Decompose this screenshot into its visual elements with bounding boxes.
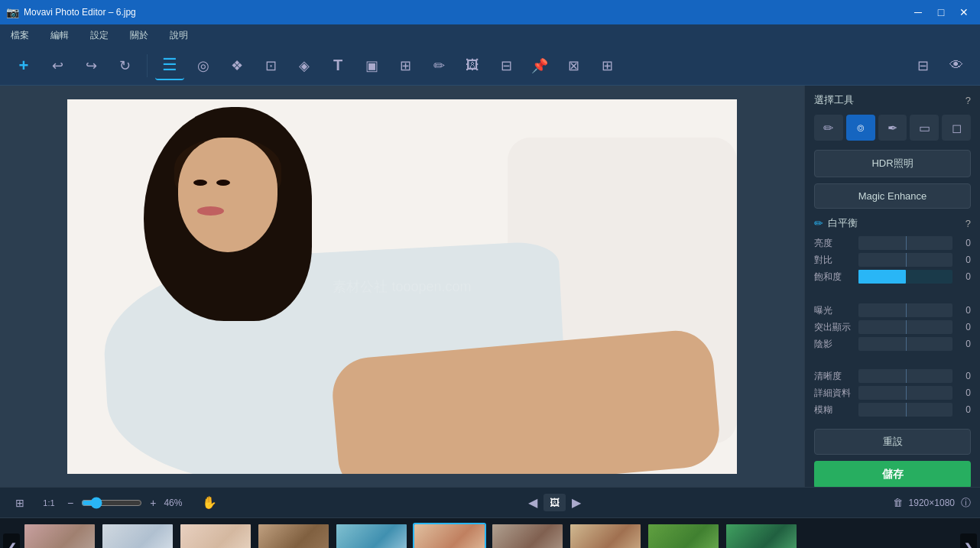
- menu-edit[interactable]: 編輯: [46, 28, 73, 44]
- reset-button[interactable]: 重設: [814, 429, 971, 455]
- pin-select-tool[interactable]: ✒: [878, 115, 907, 141]
- shadows-track[interactable]: [858, 337, 952, 351]
- lasso-select-tool[interactable]: ⌾: [846, 115, 875, 141]
- magic-enhance-button[interactable]: Magic Enhance: [814, 183, 971, 209]
- hdr-button[interactable]: HDR照明: [814, 150, 971, 177]
- blur-track[interactable]: [858, 403, 952, 417]
- one-to-one-button[interactable]: 1:1: [38, 492, 60, 514]
- color-button[interactable]: ✏: [424, 51, 453, 80]
- exposure-section: 曝光 0 突出顯示 0 陰影 0: [805, 303, 980, 354]
- brightness-row: 亮度 0: [814, 236, 971, 250]
- insert-button[interactable]: 🖼: [458, 51, 487, 80]
- pin-button[interactable]: 📌: [525, 51, 554, 80]
- exposure-label: 曝光: [814, 304, 854, 317]
- menu-file[interactable]: 檔案: [6, 28, 34, 44]
- zoom-level: 46%: [164, 498, 194, 508]
- grid-button[interactable]: ⊞: [592, 51, 621, 80]
- compare-button[interactable]: ⊟: [908, 51, 937, 80]
- bottom-center: ◀ 🖼 ▶: [225, 494, 884, 511]
- clarity-row: 清晰度 0: [814, 369, 971, 383]
- contrast-label: 對比: [814, 254, 854, 267]
- selection-tools-row: ✏ ⌾ ✒ ▭ ◻: [805, 112, 980, 147]
- lips: [197, 206, 224, 216]
- brightness-track[interactable]: [858, 236, 952, 250]
- thumb-6-image: [414, 524, 485, 549]
- clarity-label: 清晰度: [814, 370, 854, 383]
- canvas-area[interactable]: 素材公社 tooopen.com: [0, 86, 804, 487]
- crop-button[interactable]: ⊡: [256, 51, 285, 80]
- shadows-label: 陰影: [814, 338, 854, 351]
- thumbnail-6-active[interactable]: [413, 523, 486, 549]
- menu-settings[interactable]: 設定: [86, 28, 113, 44]
- texture-button[interactable]: ⊞: [391, 51, 420, 80]
- highlights-track[interactable]: [858, 320, 952, 334]
- contrast-track[interactable]: [858, 253, 952, 267]
- prev-image-button[interactable]: ◀: [528, 495, 537, 510]
- thumbnail-3[interactable]: [179, 523, 252, 549]
- refresh-button[interactable]: ↻: [110, 51, 139, 80]
- thumbnail-4[interactable]: [257, 523, 330, 549]
- thumb-2-image: [102, 524, 173, 549]
- thumbnail-8[interactable]: [569, 523, 642, 549]
- thumbnail-2[interactable]: [101, 523, 174, 549]
- exposure-center: [906, 303, 907, 317]
- exposure-row: 曝光 0: [814, 303, 971, 317]
- info-icon[interactable]: ⓘ: [961, 496, 971, 510]
- menu-about[interactable]: 關於: [125, 28, 153, 44]
- thumbnail-9[interactable]: [647, 523, 720, 549]
- menu-help[interactable]: 說明: [165, 28, 193, 44]
- restore-button[interactable]: □: [931, 4, 951, 21]
- eye-button[interactable]: 👁: [942, 51, 971, 80]
- redo-button[interactable]: ↪: [76, 51, 105, 80]
- saturation-track[interactable]: [858, 270, 952, 284]
- split-button[interactable]: ⊠: [559, 51, 588, 80]
- next-image-button[interactable]: ▶: [572, 495, 581, 510]
- thumbnail-1[interactable]: [23, 523, 96, 549]
- thumbnail-10[interactable]: [725, 523, 798, 549]
- detail-track[interactable]: [858, 386, 952, 400]
- save-button[interactable]: 儲存: [814, 461, 971, 487]
- rect-select-tool[interactable]: ▭: [910, 115, 939, 141]
- brush-select-tool[interactable]: ✏: [814, 115, 843, 141]
- zoom-out-icon[interactable]: −: [67, 497, 73, 509]
- selection-help-icon[interactable]: ?: [965, 95, 971, 106]
- undo-button[interactable]: ↩: [43, 51, 72, 80]
- close-button[interactable]: ✕: [954, 4, 974, 21]
- wb-help-icon[interactable]: ?: [965, 218, 971, 229]
- face: [178, 138, 277, 252]
- text-button[interactable]: T: [323, 51, 352, 80]
- saturation-value: 0: [957, 271, 971, 282]
- filters-button[interactable]: ☰: [155, 51, 184, 80]
- toolbar: + ↩ ↪ ↻ ☰ ◎ ❖ ⊡ ◈ T ▣ ⊞ ✏ 🖼 ⊟ 📌 ⊠ ⊞ ⊟ 👁: [0, 46, 980, 86]
- selection-tools-title: 選擇工具: [814, 93, 854, 107]
- frame-button[interactable]: ▣: [357, 51, 386, 80]
- erase-button[interactable]: ◈: [290, 51, 319, 80]
- filmstrip-next-button[interactable]: ❯: [960, 533, 977, 549]
- contrast-row: 對比 0: [814, 253, 971, 267]
- fit-button[interactable]: ⊞: [9, 492, 31, 514]
- view-mode-toggle[interactable]: 🖼: [544, 494, 566, 511]
- shadows-value: 0: [957, 339, 971, 349]
- zoom-slider[interactable]: [81, 497, 142, 509]
- zoom-in-icon[interactable]: +: [150, 497, 156, 509]
- filmstrip-prev-button[interactable]: ❮: [3, 533, 20, 549]
- thumbnail-5[interactable]: [335, 523, 408, 549]
- minimize-button[interactable]: ─: [908, 4, 928, 21]
- exposure-track[interactable]: [858, 303, 952, 317]
- add-button[interactable]: +: [9, 51, 38, 80]
- delete-button[interactable]: 🗑: [893, 497, 903, 508]
- filmstrip: ❮ ❯: [0, 517, 980, 548]
- retouch-button[interactable]: ◎: [189, 51, 218, 80]
- highlights-center: [906, 320, 907, 334]
- clarity-track[interactable]: [858, 369, 952, 383]
- transform-button[interactable]: ❖: [222, 51, 251, 80]
- app-icon: 📷: [6, 6, 19, 18]
- clone-button[interactable]: ⊟: [492, 51, 521, 80]
- wb-title-text: 白平衡: [828, 216, 858, 230]
- brightness-value: 0: [957, 238, 971, 248]
- erase-select-tool[interactable]: ◻: [942, 115, 971, 141]
- detail-label: 詳細資料: [814, 387, 854, 400]
- hand-tool[interactable]: ✋: [202, 495, 217, 510]
- image-info: 1920×1080: [909, 498, 955, 508]
- thumbnail-7[interactable]: [491, 523, 564, 549]
